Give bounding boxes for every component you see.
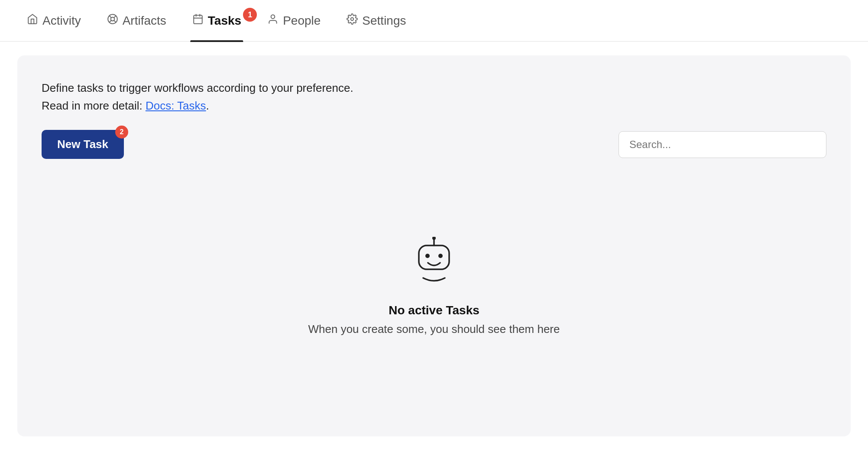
empty-state: No active Tasks When you create some, yo… xyxy=(42,185,826,336)
svg-point-10 xyxy=(271,15,275,19)
docs-link[interactable]: Docs: Tasks xyxy=(146,99,206,112)
tab-activity-label: Activity xyxy=(42,14,81,28)
svg-line-2 xyxy=(109,16,111,18)
tasks-badge: 1 xyxy=(243,8,257,22)
main-content: Define tasks to trigger workflows accord… xyxy=(0,42,868,450)
empty-state-title: No active Tasks xyxy=(389,303,479,317)
tab-settings-label: Settings xyxy=(362,14,406,28)
content-card: Define tasks to trigger workflows accord… xyxy=(17,55,851,436)
svg-line-4 xyxy=(114,16,116,18)
action-row: New Task 2 xyxy=(42,130,826,159)
svg-point-15 xyxy=(425,254,430,258)
svg-point-13 xyxy=(432,237,436,240)
empty-state-subtitle: When you create some, you should see the… xyxy=(308,323,560,336)
svg-point-16 xyxy=(438,254,443,258)
svg-line-3 xyxy=(114,20,116,23)
tab-people-label: People xyxy=(283,14,321,28)
description-line2: Read in more detail: Docs: Tasks. xyxy=(42,99,826,113)
tasks-icon xyxy=(192,13,204,28)
tab-tasks[interactable]: Tasks 1 xyxy=(179,0,254,41)
tab-settings[interactable]: Settings xyxy=(334,0,419,41)
svg-point-11 xyxy=(351,18,354,21)
people-icon xyxy=(267,13,279,28)
svg-rect-6 xyxy=(194,15,202,24)
new-task-button[interactable]: New Task 2 xyxy=(42,130,124,159)
search-input[interactable] xyxy=(619,131,826,158)
tab-people[interactable]: People xyxy=(254,0,334,41)
robot-icon xyxy=(412,237,456,286)
activity-icon xyxy=(27,13,38,28)
artifacts-icon xyxy=(107,13,118,28)
settings-icon xyxy=(347,13,358,28)
description-line1: Define tasks to trigger workflows accord… xyxy=(42,80,826,97)
nav-bar: Activity Artifacts Tasks 1 xyxy=(0,0,868,42)
tab-artifacts[interactable]: Artifacts xyxy=(94,0,179,41)
new-task-badge: 2 xyxy=(115,126,128,139)
tab-activity[interactable]: Activity xyxy=(14,0,94,41)
tab-tasks-label: Tasks xyxy=(208,14,241,28)
svg-line-5 xyxy=(109,20,111,23)
tab-artifacts-label: Artifacts xyxy=(123,14,166,28)
